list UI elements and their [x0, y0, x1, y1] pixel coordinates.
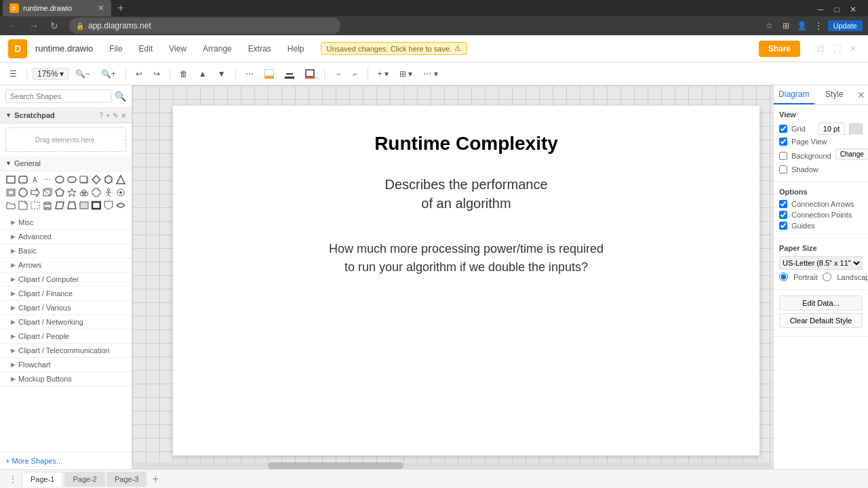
to-back-btn[interactable]: ▼ — [214, 67, 230, 81]
update-button[interactable]: Update — [828, 20, 863, 31]
extension-icon[interactable]: ⊞ — [779, 19, 793, 33]
shape-pentagon2[interactable] — [104, 200, 114, 211]
sidebar-clipart-networking[interactable]: ▶ Clipart / Networking — [0, 315, 132, 329]
panel-toggle-icon[interactable]: ⊡ — [814, 42, 827, 56]
sidebar-clipart-computer[interactable]: ▶ Clipart / Computer — [0, 272, 132, 287]
page-tab-1[interactable]: Page-1 — [22, 472, 63, 487]
connection-points-checkbox[interactable] — [779, 211, 787, 219]
insert-btn[interactable]: + ▾ — [374, 67, 393, 81]
forward-button[interactable]: → — [26, 18, 42, 34]
shape-rect-shadow[interactable] — [79, 174, 90, 185]
menu-edit[interactable]: Edit — [136, 43, 156, 55]
minimize-icon[interactable]: ─ — [814, 3, 827, 16]
page-tab-3[interactable]: Page-3 — [106, 472, 146, 487]
browser-tab-active[interactable]: D runtime.drawio ✕ — [3, 0, 111, 16]
shape-rect-3d[interactable] — [42, 187, 52, 198]
shape-rect-double[interactable] — [5, 187, 16, 198]
page-tab-2[interactable]: Page-2 — [64, 472, 104, 487]
fullscreen-icon[interactable]: ⛶ — [830, 42, 844, 56]
shape-circle[interactable] — [18, 187, 28, 198]
scratchpad-edit-icon[interactable]: ✎ — [113, 112, 118, 119]
shape-folder[interactable] — [5, 200, 16, 211]
shape-triangle[interactable] — [116, 174, 126, 185]
address-bar[interactable]: 🔒 app.diagrams.net — [69, 18, 340, 34]
menu-extras[interactable]: Extras — [245, 43, 274, 55]
menu-arrange[interactable]: Arrange — [200, 43, 235, 55]
edit-data-btn[interactable]: Edit Data... — [779, 296, 863, 310]
tab-diagram[interactable]: Diagram — [774, 85, 814, 104]
unsaved-badge[interactable]: Unsaved changes. Click here to save. ⚠ — [321, 42, 468, 55]
shape-diamond[interactable] — [92, 174, 102, 185]
sidebar-clipart-finance[interactable]: ▶ Clipart / Finance — [0, 287, 132, 301]
grid-value-input[interactable] — [818, 123, 845, 135]
waypoints-btn[interactable]: ⋯ — [241, 67, 258, 81]
sidebar-advanced[interactable]: ▶ Advanced — [0, 230, 132, 244]
zoom-out-btn[interactable]: 🔍− — [71, 67, 94, 81]
shape-cloud[interactable] — [79, 187, 90, 198]
scrollbar-thumb-h[interactable] — [268, 462, 403, 469]
share-button[interactable]: Share — [759, 41, 800, 57]
shape-hexagon[interactable] — [104, 174, 114, 185]
tab-close-icon[interactable]: ✕ — [98, 3, 104, 13]
general-section-header[interactable]: ▼ General — [0, 156, 132, 171]
scratchpad-add-icon[interactable]: + — [106, 112, 110, 119]
star-icon[interactable]: ☆ — [763, 19, 776, 33]
connection-arrows-checkbox[interactable] — [779, 200, 787, 208]
portrait-radio[interactable] — [779, 272, 788, 281]
panel-close-icon[interactable]: ✕ — [846, 42, 860, 56]
clear-default-style-btn[interactable]: Clear Default Style — [779, 313, 863, 328]
canvas-area[interactable]: Runtime Complexity Describes the perform… — [132, 85, 773, 469]
page-tab-menu-icon[interactable]: ⋮ — [5, 472, 20, 487]
shape-actor[interactable] — [104, 187, 114, 198]
shape-arrow-right[interactable] — [30, 187, 40, 198]
extras-btn[interactable]: ⋯ ▾ — [419, 67, 441, 81]
change-background-btn[interactable]: Change — [835, 148, 868, 160]
right-panel-close-btn[interactable]: ✕ — [854, 85, 868, 104]
fill-color-btn[interactable] — [260, 67, 278, 81]
guides-checkbox[interactable] — [779, 222, 787, 230]
grid-color-swatch[interactable] — [849, 123, 863, 134]
paper-size-select[interactable]: US-Letter (8.5" x 11") — [779, 256, 863, 270]
layout-btn[interactable]: ⊞ ▾ — [395, 67, 416, 81]
sidebar-flowchart[interactable]: ▶ Flowchart — [0, 358, 132, 372]
shape-pentagon[interactable] — [54, 187, 64, 198]
page-view-checkbox[interactable] — [779, 138, 787, 146]
shape-note[interactable] — [18, 200, 28, 211]
search-shapes-input[interactable] — [5, 89, 112, 103]
scratchpad-close-icon[interactable]: ✕ — [121, 112, 126, 119]
search-shapes-button[interactable]: 🔍 — [115, 91, 126, 102]
settings-icon[interactable]: ⋮ — [812, 19, 825, 33]
reload-button[interactable]: ↻ — [46, 18, 62, 34]
sidebar-mockup-buttons[interactable]: ▶ Mockup Buttons — [0, 372, 132, 386]
undo-btn[interactable]: ↩ — [132, 67, 146, 81]
line-color-btn[interactable] — [281, 67, 298, 81]
add-page-button[interactable]: + — [148, 472, 163, 487]
shape-text[interactable]: A — [30, 174, 40, 185]
sidebar-misc[interactable]: ▶ Misc — [0, 216, 132, 230]
shape-rect-bold[interactable] — [92, 200, 102, 211]
shape-curved[interactable] — [116, 200, 126, 211]
zoom-in-btn[interactable]: 🔍+ — [97, 67, 120, 81]
menu-file[interactable]: File — [106, 43, 125, 55]
connection-style-btn[interactable]: → — [330, 67, 347, 81]
shape-rect-dash[interactable] — [30, 200, 40, 211]
shape-ellipse[interactable] — [54, 174, 64, 185]
menu-help[interactable]: Help — [285, 43, 307, 55]
sidebar-arrows[interactable]: ▶ Arrows — [0, 258, 132, 272]
shadow-checkbox[interactable] — [779, 165, 787, 174]
more-shapes-button[interactable]: + More Shapes... — [0, 452, 132, 469]
profile-icon[interactable]: 👤 — [795, 19, 809, 33]
to-front-btn[interactable]: ▲ — [195, 67, 211, 81]
landscape-radio[interactable] — [823, 272, 831, 281]
shape-rectangle[interactable] — [5, 174, 16, 185]
shape-star[interactable] — [66, 187, 77, 198]
sidebar-toggle-btn[interactable]: ☰ — [5, 67, 21, 81]
grid-checkbox[interactable] — [779, 125, 787, 133]
shape-cross[interactable] — [92, 187, 102, 198]
redo-btn[interactable]: ↪ — [149, 67, 164, 81]
shape-rounded-rect[interactable] — [18, 174, 28, 185]
canvas-page[interactable]: Runtime Complexity Describes the perform… — [173, 106, 760, 455]
back-button[interactable]: ← — [5, 18, 22, 34]
delete-btn[interactable]: 🗑 — [176, 67, 192, 81]
zoom-control[interactable]: 175% ▾ — [33, 68, 68, 80]
